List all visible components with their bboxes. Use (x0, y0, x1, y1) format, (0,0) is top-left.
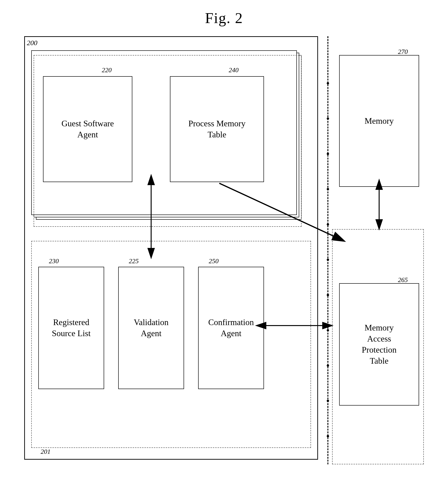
box-registered-source-list: RegisteredSource List (38, 267, 104, 389)
divider-line (327, 36, 328, 464)
label-201: 201 (41, 448, 51, 455)
box-validation-agent: ValidationAgent (118, 267, 184, 389)
confirmation-agent-label: ConfirmationAgent (206, 314, 256, 341)
box-guest-software-agent: Guest SoftwareAgent (43, 76, 132, 182)
label-200: 200 (27, 39, 37, 47)
label-230: 230 (49, 257, 59, 265)
label-250: 250 (209, 257, 219, 265)
label-220: 220 (102, 66, 112, 74)
box-process-memory-table: Process MemoryTable (170, 76, 264, 182)
registered-source-list-label: RegisteredSource List (50, 314, 93, 341)
diagram: 200 210 Guest SoftwareAgent 220 Process … (24, 36, 424, 471)
guest-software-agent-label: Guest SoftwareAgent (59, 116, 116, 143)
box-memory: Memory (339, 55, 419, 187)
box-memory-access-protection-table: MemoryAccessProtectionTable (339, 283, 419, 406)
page-title: Fig. 2 (205, 9, 243, 27)
label-270: 270 (398, 48, 408, 56)
label-225: 225 (129, 257, 139, 265)
box-confirmation-agent: ConfirmationAgent (198, 267, 264, 389)
memory-access-protection-table-label: MemoryAccessProtectionTable (359, 320, 399, 369)
validation-agent-label: ValidationAgent (131, 314, 171, 341)
label-240: 240 (229, 66, 239, 74)
process-memory-table-label: Process MemoryTable (186, 116, 248, 143)
memory-label: Memory (362, 113, 396, 129)
label-265: 265 (398, 276, 408, 284)
